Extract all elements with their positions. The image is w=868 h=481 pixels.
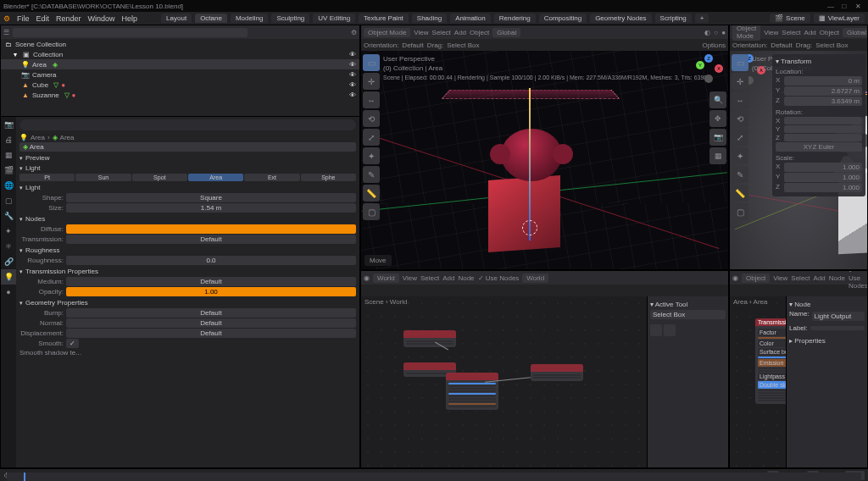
visibility-icon[interactable]: 👁 xyxy=(349,61,356,69)
tool-select-icon[interactable]: ▭ xyxy=(363,54,380,71)
outliner-row[interactable]: 💡Area◈👁 xyxy=(1,59,359,69)
visibility-icon[interactable]: 👁 xyxy=(349,91,356,99)
opacity-field[interactable]: 1.00 xyxy=(66,287,356,296)
playhead[interactable] xyxy=(24,473,25,481)
persp-icon[interactable]: ▦ xyxy=(709,147,726,164)
sidebar-title[interactable]: ▾ Node xyxy=(789,301,865,308)
node-breadcrumb[interactable]: Scene › World xyxy=(364,298,408,306)
menu-add[interactable]: Add xyxy=(442,274,454,282)
menu-render[interactable]: Render xyxy=(56,14,81,23)
tool-addcube-icon[interactable]: ▢ xyxy=(732,203,748,220)
use-nodes-checkbox[interactable]: ✓ Use Nodes xyxy=(478,274,520,282)
property-search-input[interactable] xyxy=(19,119,356,130)
blender-logo-icon[interactable]: ⚙ xyxy=(3,14,10,23)
outliner-row[interactable]: ▲Cube▽●👁 xyxy=(1,80,359,90)
tool-transform-icon[interactable]: ✦ xyxy=(363,147,380,164)
light-type-button[interactable]: Sun xyxy=(75,174,131,181)
visibility-icon[interactable]: 👁 xyxy=(349,81,356,89)
transmission-dropdown[interactable]: Default xyxy=(66,235,356,244)
prop-tab-scene-icon[interactable]: 🎬 xyxy=(1,163,16,178)
workspace-tab[interactable]: Scripting xyxy=(655,14,692,23)
editor-type-icon[interactable]: ☰ xyxy=(3,29,9,36)
shape-dropdown[interactable]: Square xyxy=(66,193,356,202)
node-name-field[interactable]: Light Output xyxy=(812,312,865,321)
outliner-collection[interactable]: 🗀Scene Collection xyxy=(1,39,359,49)
tool-scale-icon[interactable]: ⤢ xyxy=(732,129,748,146)
tool-scale-icon[interactable]: ⤢ xyxy=(363,129,380,146)
workspace-add-tab[interactable]: + xyxy=(695,14,709,23)
prop-tab-world-icon[interactable]: 🌐 xyxy=(1,178,16,193)
normal-dropdown[interactable]: Default xyxy=(66,318,356,328)
orientation-dropdown[interactable]: Default xyxy=(402,41,423,49)
panel-title[interactable]: ▾ Transform xyxy=(776,58,862,65)
pan-icon[interactable]: ✥ xyxy=(709,110,726,127)
tool-transform-icon[interactable]: ✦ xyxy=(732,147,748,164)
node-editor-object[interactable]: ◉ Object View Select Add Node ✓ Use Node… xyxy=(729,270,868,468)
prop-tab-physics-icon[interactable]: ⚛ xyxy=(1,239,16,254)
menu-view[interactable]: View xyxy=(764,29,778,36)
light-type-button[interactable]: Ext xyxy=(244,174,299,181)
tool-cursor-icon[interactable]: ✛ xyxy=(732,73,748,90)
shading-icon[interactable]: ● xyxy=(721,29,726,36)
tool-icon[interactable] xyxy=(650,324,662,336)
outliner-row[interactable]: 📷Camera👁 xyxy=(1,69,359,80)
menu-add[interactable]: Add xyxy=(454,29,466,36)
editor-type-icon[interactable]: ◉ xyxy=(732,274,738,282)
tool-cursor-icon[interactable]: ✛ xyxy=(363,73,380,90)
active-tool-field[interactable]: Select Box xyxy=(650,310,726,319)
section-roughness[interactable]: Roughness xyxy=(19,246,356,254)
tool-move-icon[interactable]: ↔ xyxy=(363,91,380,108)
drag-dropdown[interactable]: Select Box xyxy=(447,41,479,49)
window-close-icon[interactable]: ✕ xyxy=(851,3,865,10)
menu-edit[interactable]: Edit xyxy=(36,14,50,23)
outliner-row[interactable]: ▲Suzanne▽●👁 xyxy=(1,90,359,100)
workspace-tab[interactable]: Shading xyxy=(412,14,447,23)
scale-x-field[interactable]: 1.000 xyxy=(784,163,862,172)
tool-addcube-icon[interactable]: ▢ xyxy=(363,203,380,220)
scale-z-field[interactable]: 1.000 xyxy=(784,183,862,192)
prop-tab-material-icon[interactable]: ● xyxy=(1,285,16,300)
rotation-z-field[interactable] xyxy=(784,134,862,141)
location-x-field[interactable]: 0 m xyxy=(784,76,862,86)
prop-tab-view-icon[interactable]: ▦ xyxy=(1,147,16,163)
workspace-tab[interactable]: Animation xyxy=(450,14,491,23)
prop-tab-render-icon[interactable]: 📷 xyxy=(1,117,16,132)
rotation-x-field[interactable] xyxy=(784,117,862,124)
viewport-rendered[interactable]: Object Mode View Select Add Object Globa… xyxy=(360,25,729,270)
workspace-tab[interactable]: Rendering xyxy=(494,14,536,23)
section-geom[interactable]: Geometry Properties xyxy=(19,299,356,307)
timeline[interactable]: ⏱ Playback Keying View Marker ● |◀ ◀◀ ◀ … xyxy=(0,468,868,481)
menu-window[interactable]: Window xyxy=(88,14,115,23)
menu-node[interactable]: Node xyxy=(829,274,845,282)
mode-selector[interactable]: Object Mode xyxy=(732,25,760,41)
filter-icon[interactable]: ⚙ xyxy=(351,29,357,36)
node[interactable] xyxy=(531,364,583,381)
window-maximize-icon[interactable]: □ xyxy=(837,3,851,10)
diffuse-color-field[interactable] xyxy=(66,224,356,234)
node-editor-world[interactable]: ◉ World View Select Add Node ✓ Use Nodes… xyxy=(360,270,729,468)
light-type-button[interactable]: Pt xyxy=(19,174,75,181)
viewport-solid[interactable]: Object Mode View Select Add Object Globa… xyxy=(729,25,868,270)
section-transprop[interactable]: Transmission Properties xyxy=(19,268,356,275)
menu-object[interactable]: Object xyxy=(820,29,839,36)
light-type-button[interactable]: Area xyxy=(188,174,243,181)
menu-view[interactable]: View xyxy=(403,274,417,282)
menu-help[interactable]: Help xyxy=(122,14,138,23)
bump-dropdown[interactable]: Default xyxy=(66,308,356,318)
menu-object[interactable]: Object xyxy=(470,29,489,36)
tool-select-icon[interactable]: ▭ xyxy=(732,54,748,71)
menu-select[interactable]: Select xyxy=(782,29,800,36)
workspace-tab[interactable]: Layout xyxy=(161,14,192,23)
menu-file[interactable]: File xyxy=(17,14,30,23)
shading-icon[interactable]: ○ xyxy=(714,29,718,36)
prop-tab-modifier-icon[interactable]: 🔧 xyxy=(1,208,16,224)
orientation-dropdown[interactable]: Default xyxy=(771,41,792,49)
tool-icon[interactable] xyxy=(664,324,676,336)
outliner-search-input[interactable] xyxy=(13,28,248,37)
mode-selector[interactable]: Object Mode xyxy=(364,28,410,37)
zoom-icon[interactable]: 🔍 xyxy=(709,91,726,108)
workspace-tab[interactable]: Octane xyxy=(195,14,227,23)
menu-add[interactable]: Add xyxy=(804,29,816,36)
orientation-selector[interactable]: Global xyxy=(843,28,868,37)
menu-select[interactable]: Select xyxy=(420,274,439,282)
